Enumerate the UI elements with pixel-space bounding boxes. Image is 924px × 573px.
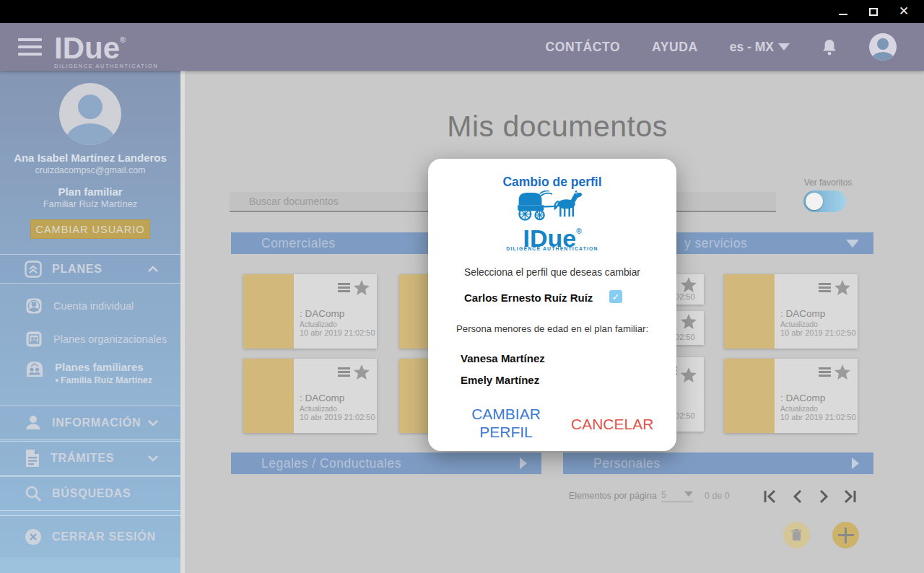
hamburger-menu-icon[interactable] [18,38,42,56]
add-document-button[interactable] [832,522,859,548]
maximize-icon [869,8,878,16]
language-value: es - MX [730,40,774,55]
sidebar-divider [180,71,185,573]
profile-avatar [59,83,121,145]
sidebar-item-busquedas[interactable]: BÚSQUEDAS [0,476,180,511]
check-icon: ✓ [612,292,620,302]
favorites-toggle[interactable] [803,191,846,212]
idue-carriage-horse-logo-icon [509,191,596,221]
sidebar-item-planes-organizacionales[interactable]: Planes organizacionales [0,328,180,351]
nav-ayuda[interactable]: AYUDA [652,40,698,55]
prev-page-button[interactable] [788,487,807,506]
section-title: Personales [563,456,661,471]
next-page-button[interactable] [814,487,833,506]
favorites-label: Ver favoritos [790,178,866,188]
document-status: Actualizado [300,320,337,328]
sidebar-item-label: BÚSQUEDAS [52,487,131,500]
minor-name: Emely Martínez [461,374,539,386]
close-button[interactable]: ✕ [898,6,910,17]
registered-mark: ® [120,35,126,44]
language-selector[interactable]: es - MX [730,40,790,55]
document-timestamp: 10 abr 2019 21:02:50 [300,413,375,421]
chevron-up-icon [147,266,159,273]
titlebar: ✕ [0,0,924,23]
plus-icon [838,528,854,543]
card-menu-icon[interactable] [819,283,831,292]
favorite-star-icon[interactable] [834,364,850,380]
document-timestamp: 10 abr 2019 21:02:50 [300,328,375,337]
app-logo-text: IDue® [54,25,158,63]
document-icon [25,449,40,468]
plan-name: Familiar Ruíz Martínez [0,198,180,209]
card-menu-icon[interactable] [338,367,350,377]
document-status: Actualizado [300,405,337,413]
sidebar-item-tramites[interactable]: TRÁMITES [0,441,180,476]
favorite-star-icon[interactable] [834,280,850,295]
notifications-bell-icon[interactable] [821,38,837,56]
card-menu-icon[interactable] [819,367,831,377]
person-icon [25,414,42,432]
profile-checkbox[interactable]: ✓ [609,290,622,303]
document-card[interactable]: : DAComp Actualizado 10 abr 2019 21:02:5… [724,359,858,433]
favorite-star-icon[interactable] [681,367,697,382]
sidebar-item-planes-familiares[interactable]: Planes familiares Familia Ruíz Martínez [0,361,180,394]
pagination-range: 0 de 0 [705,491,730,501]
profile-email: cruizdacompsc@gmail.com [0,165,180,175]
change-user-button[interactable]: CAMBIAR USUARIO [30,219,150,239]
sidebar-item-label: Planes organizacionales [53,333,167,345]
document-timestamp: 10 abr 2019 21:02:50 [780,328,856,337]
sidebar-item-label: PLANES [52,263,103,276]
maximize-button[interactable] [868,6,879,17]
plans-icon [25,261,42,278]
active-family-label: Familia Ruíz Martínez [55,375,152,385]
close-icon: ✕ [899,6,909,17]
page-title: Mis documentos [191,110,924,144]
section-header-legales[interactable]: Legales / Conductuales [231,452,541,474]
favorite-star-icon[interactable] [354,280,370,295]
sidebar-item-informacion[interactable]: INFORMACIÓN [0,406,180,440]
cancel-button[interactable]: CANCELAR [571,416,652,433]
modal-subtitle: Selecciona el perfil que deseas cambiar [428,267,676,278]
trash-icon [791,529,802,541]
document-card[interactable]: : DAComp Actualizado 10 abr 2019 21:02:5… [243,274,377,349]
favorite-star-icon[interactable] [681,314,697,329]
toggle-knob [806,193,823,210]
user-avatar[interactable] [869,33,897,61]
card-menu-icon[interactable] [338,283,350,292]
family-plans-icon [26,361,43,377]
page-size-label: Elementos por página [569,491,657,501]
sidebar-item-label: CERRAR SESIÓN [52,530,156,543]
minimize-button[interactable] [837,6,849,17]
chevron-down-icon [684,491,693,497]
first-page-button[interactable] [760,487,779,506]
app-header: IDue® DILIGENCE AUTHENTICATION CONTÁCTO … [0,23,924,71]
last-page-button[interactable] [841,487,860,506]
sidebar-item-cerrar-sesion[interactable]: CERRAR SESIÓN [0,515,180,557]
document-thumbnail [724,359,775,433]
sidebar-item-label: TRÁMITES [51,452,114,465]
section-title: Legales / Conductuales [231,456,401,471]
sidebar-item-label: INFORMACIÓN [52,416,141,429]
section-header-personales[interactable]: Personales [563,452,873,474]
chevron-down-icon [147,419,159,427]
sidebar-item-planes[interactable]: PLANES [0,254,180,284]
delete-button[interactable] [783,522,810,548]
page-size-select[interactable]: 5 [661,488,693,502]
document-card[interactable]: : DAComp Actualizado 10 abr 2019 21:02:5… [724,274,858,349]
app-window: ✕ IDue® DILIGENCE AUTHENTICATION CONTÁCT… [0,0,924,573]
document-timestamp: 10 abr 2019 21:02:50 [780,413,856,421]
modal-title: Cambio de perfil [428,175,676,190]
avatar-person-icon [877,38,889,50]
sidebar-item-label: Planes familiares [55,361,152,373]
change-profile-button[interactable]: CAMBIAR PERFIL [456,406,557,442]
favorite-star-icon[interactable] [681,277,697,292]
document-name: : DAComp [780,308,825,319]
minimize-icon [839,14,847,15]
favorite-star-icon[interactable] [354,364,370,380]
document-card[interactable]: : DAComp Actualizado 10 abr 2019 21:02:5… [243,359,377,433]
document-thumbnail [724,274,775,349]
sidebar-item-cuenta-individual[interactable]: Cuenta individual [0,294,180,318]
nav-contacto[interactable]: CONTÁCTO [545,40,620,55]
document-name: : DAComp [780,393,825,403]
document-name: : DAComp [300,393,344,403]
